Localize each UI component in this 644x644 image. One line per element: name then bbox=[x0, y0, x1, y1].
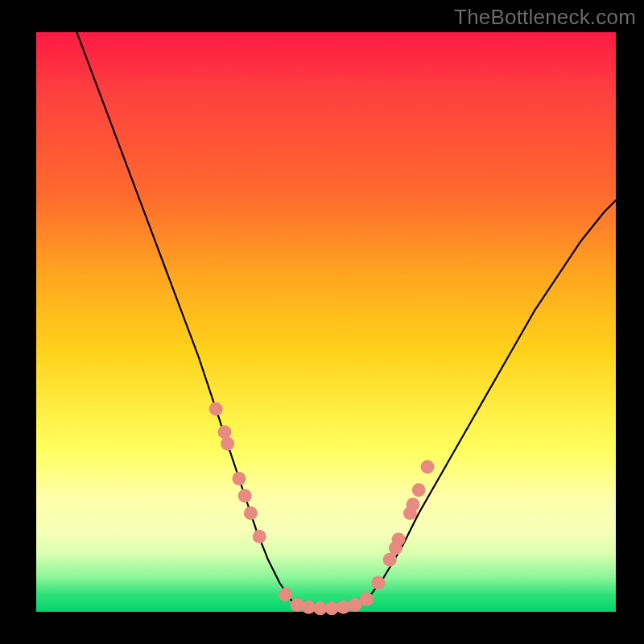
data-dot bbox=[253, 530, 266, 543]
data-dot bbox=[218, 425, 232, 439]
curve-group bbox=[76, 32, 616, 610]
bottleneck-curve bbox=[76, 32, 616, 610]
data-dot bbox=[279, 588, 292, 601]
data-dot bbox=[244, 506, 258, 520]
data-dot bbox=[209, 402, 223, 416]
data-dot bbox=[360, 592, 374, 606]
data-dot bbox=[336, 601, 350, 614]
data-dot bbox=[291, 598, 304, 612]
data-dot bbox=[302, 601, 316, 614]
data-dot bbox=[238, 489, 252, 503]
data-dot bbox=[383, 553, 397, 567]
data-dot bbox=[412, 483, 426, 497]
data-dot bbox=[349, 598, 362, 612]
data-dot bbox=[392, 533, 406, 547]
data-dot bbox=[221, 437, 234, 451]
chart-svg bbox=[36, 32, 616, 612]
data-dot bbox=[325, 601, 339, 615]
data-dot bbox=[407, 497, 420, 511]
watermark-text: TheBottleneck.com bbox=[454, 5, 636, 30]
data-dot bbox=[421, 460, 435, 474]
chart-frame: TheBottleneck.com bbox=[0, 0, 644, 644]
data-dot bbox=[371, 576, 385, 590]
dots-group bbox=[209, 402, 435, 616]
data-dot bbox=[233, 472, 246, 485]
